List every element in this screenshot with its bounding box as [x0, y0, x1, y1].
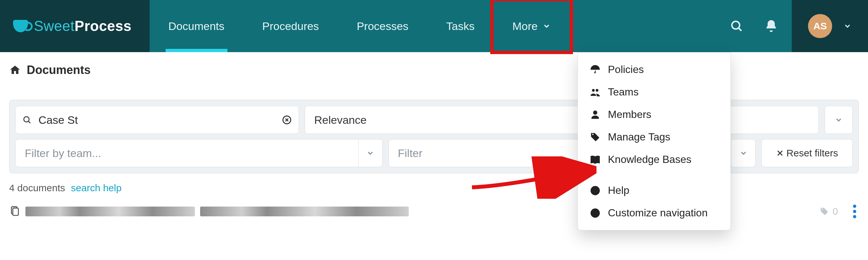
- team-filter-placeholder: Filter by team...: [16, 147, 358, 160]
- nav-utility-icons: [716, 0, 792, 52]
- dropdown-manage-tags[interactable]: Manage Tags: [578, 126, 731, 148]
- results-meta: 4 documents search help: [9, 183, 859, 194]
- user-menu[interactable]: AS: [792, 0, 868, 52]
- avatar-initials: AS: [813, 21, 827, 32]
- svg-line-8: [28, 121, 30, 123]
- brand-process: Process: [75, 18, 132, 34]
- nav-documents[interactable]: Documents: [150, 0, 244, 52]
- avatar: AS: [808, 14, 832, 38]
- close-icon: [776, 149, 784, 157]
- dropdown-item-label: Members: [608, 108, 651, 121]
- brand-text: SweetProcess: [34, 18, 132, 34]
- svg-point-7: [24, 117, 29, 122]
- dropdown-item-label: Teams: [608, 86, 639, 98]
- reset-filters-button[interactable]: Reset filters: [762, 139, 853, 167]
- clear-search-icon[interactable]: [282, 115, 292, 125]
- document-icon: [9, 205, 20, 218]
- chevron-down-icon: [358, 139, 382, 167]
- breadcrumb: Documents: [9, 63, 859, 77]
- book-icon: [590, 154, 601, 165]
- teams-icon: [590, 87, 601, 98]
- dropdown-teams[interactable]: Teams: [578, 81, 731, 103]
- dropdown-item-label: Customize navigation: [608, 207, 708, 219]
- svg-rect-15: [13, 208, 18, 216]
- tag-count: 0: [833, 206, 838, 217]
- svg-line-1: [739, 28, 742, 31]
- mug-icon: [13, 20, 28, 32]
- tag-filter-toggle[interactable]: [825, 106, 853, 134]
- page-title: Documents: [27, 63, 91, 77]
- chevron-down-icon: [843, 22, 852, 30]
- brand-logo[interactable]: SweetProcess: [0, 0, 150, 52]
- dropdown-knowledge-bases[interactable]: Knowledge Bases: [578, 148, 731, 171]
- more-dropdown: Policies Teams Members Manage Tags Knowl…: [578, 52, 731, 226]
- dropdown-customize-nav[interactable]: Customize navigation: [578, 202, 731, 224]
- primary-nav: Documents Procedures Processes Tasks Mor…: [150, 0, 570, 52]
- home-icon: [9, 64, 21, 76]
- chevron-down-icon: [834, 116, 843, 124]
- search-icon[interactable]: [729, 19, 744, 34]
- nav-tasks[interactable]: Tasks: [427, 0, 494, 52]
- dropdown-item-label: Policies: [608, 64, 644, 75]
- redacted-text: [25, 206, 195, 216]
- nav-processes[interactable]: Processes: [338, 0, 427, 52]
- dropdown-help[interactable]: Help: [578, 179, 731, 202]
- dropdown-policies[interactable]: Policies: [578, 58, 731, 81]
- dropdown-separator: [578, 171, 731, 179]
- filter-panel: Relevance Filter by team... Filter: [9, 100, 859, 173]
- nav-more-wrapper: More: [494, 0, 569, 52]
- nav-procedures[interactable]: Procedures: [244, 0, 338, 52]
- search-help-link[interactable]: search help: [71, 183, 122, 194]
- svg-point-4: [595, 192, 596, 193]
- search-icon: [22, 115, 32, 125]
- sort-select[interactable]: Relevance: [305, 106, 819, 134]
- svg-point-0: [732, 21, 740, 29]
- member-icon: [590, 109, 601, 120]
- slash-circle-icon: [590, 207, 601, 219]
- tag-icon: [819, 206, 829, 216]
- result-row[interactable]: 0: [9, 205, 859, 218]
- nav-more[interactable]: More: [494, 0, 569, 52]
- redacted-text: [200, 206, 409, 216]
- sort-label: Relevance: [314, 114, 367, 126]
- nav-label: Processes: [356, 20, 408, 33]
- dropdown-item-label: Knowledge Bases: [608, 154, 691, 165]
- dropdown-item-label: Help: [608, 185, 629, 196]
- top-navbar: SweetProcess Documents Procedures Proces…: [0, 0, 868, 52]
- dropdown-members[interactable]: Members: [578, 103, 731, 126]
- help-icon: [590, 185, 601, 196]
- page-content: Documents Relevance Filter: [0, 52, 868, 226]
- reset-filters-label: Reset filters: [786, 148, 838, 159]
- chevron-down-icon: [731, 139, 755, 167]
- dropdown-item-label: Manage Tags: [608, 131, 671, 143]
- umbrella-icon: [590, 64, 601, 75]
- chevron-down-icon: [542, 22, 551, 30]
- bell-icon[interactable]: [764, 19, 779, 34]
- tag-icon: [590, 132, 601, 143]
- team-filter-select[interactable]: Filter by team...: [15, 139, 383, 167]
- nav-label: More: [513, 20, 537, 33]
- search-input[interactable]: [38, 113, 276, 127]
- brand-sweet: Sweet: [34, 18, 75, 34]
- result-tags: 0: [819, 205, 859, 218]
- nav-label: Tasks: [446, 20, 474, 33]
- search-input-wrapper[interactable]: [15, 106, 299, 134]
- results-count: 4 documents: [9, 183, 65, 194]
- nav-label: Procedures: [262, 20, 319, 33]
- nav-label: Documents: [168, 20, 224, 33]
- row-actions-menu[interactable]: [850, 205, 859, 218]
